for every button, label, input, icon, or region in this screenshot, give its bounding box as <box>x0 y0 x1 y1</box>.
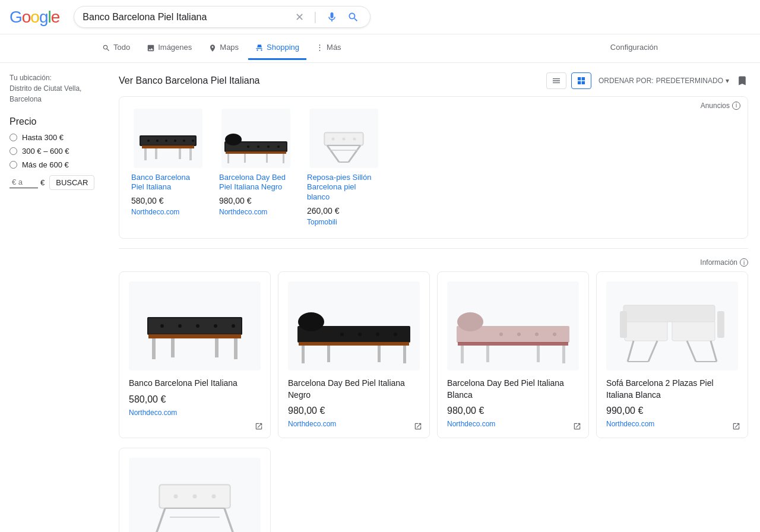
content-toolbar: Ver Banco Barcelona Piel Italiana ORDENA… <box>119 72 748 89</box>
price-option-over600[interactable]: Más de 600 € <box>10 160 97 169</box>
price-radio-300to600[interactable] <box>10 147 17 155</box>
product-card-1-name: Banco Barcelona Piel Italiana <box>129 378 261 390</box>
tab-shopping[interactable]: Shopping <box>248 37 306 60</box>
svg-rect-71 <box>623 305 715 322</box>
sort-chevron-icon: ▾ <box>726 77 729 85</box>
tab-maps[interactable]: Maps <box>201 37 246 60</box>
images-icon <box>147 43 155 52</box>
price-option-300to600[interactable]: 300 € – 600 € <box>10 147 97 156</box>
product-card-2-image <box>288 281 420 370</box>
sort-label: ORDENAR POR: <box>598 77 654 85</box>
svg-rect-21 <box>227 154 229 163</box>
tab-configuracion[interactable]: Configuración <box>603 37 665 59</box>
svg-point-37 <box>160 324 164 328</box>
price-from-input[interactable] <box>10 176 38 188</box>
featured-card-2-image <box>221 109 290 168</box>
price-radio-over600[interactable] <box>10 161 17 169</box>
svg-rect-10 <box>189 148 192 160</box>
featured-card-1[interactable]: Banco Barcelona Piel Italiana 580,00 € N… <box>126 104 210 232</box>
product-card-5[interactable] <box>119 448 271 532</box>
svg-line-31 <box>349 145 360 162</box>
svg-point-48 <box>298 312 324 331</box>
tab-imagenes[interactable]: Imágenes <box>140 37 199 60</box>
svg-point-15 <box>225 134 242 145</box>
svg-line-86 <box>224 508 233 532</box>
svg-rect-9 <box>144 148 147 160</box>
external-link-icon-2 <box>414 421 422 430</box>
nav-tabs: Todo Imágenes Maps Shopping ⋮ Más Config… <box>0 34 760 63</box>
svg-point-27 <box>332 137 335 140</box>
products-grid: Banco Barcelona Piel Italiana 580,00 € N… <box>119 271 748 438</box>
search-button[interactable] <box>345 11 362 23</box>
svg-point-4 <box>165 140 167 142</box>
tab-mas[interactable]: ⋮ Más <box>309 37 349 59</box>
product-card-2-store: Northdeco.com <box>288 420 420 428</box>
anuncios-info-icon[interactable]: i <box>732 102 740 110</box>
svg-rect-45 <box>171 338 175 357</box>
svg-rect-69 <box>625 320 667 341</box>
svg-line-76 <box>687 341 696 362</box>
search-icon <box>102 43 110 52</box>
grid-view-button[interactable] <box>571 72 591 89</box>
price-radio-under300[interactable] <box>10 134 17 141</box>
featured-products-row: Anuncios i <box>119 96 748 239</box>
tab-shopping-label: Shopping <box>267 43 299 52</box>
product-card-4-price: 990,00 € <box>606 406 738 416</box>
svg-rect-44 <box>234 338 238 359</box>
bookmark-button[interactable] <box>736 74 748 87</box>
view-toggle <box>546 72 591 89</box>
product-card-3-price: 980,00 € <box>447 406 579 416</box>
price-option-under300[interactable]: Hasta 300 € <box>10 133 97 142</box>
svg-point-63 <box>553 332 556 336</box>
buscar-button[interactable]: BUSCAR <box>49 175 94 190</box>
product-card-3[interactable]: Barcelona Day Bed Piel Italiana Blanca 9… <box>437 271 589 438</box>
product-card-1-store: Northdeco.com <box>129 408 261 417</box>
result-title: Ver Banco Barcelona Piel Italiana <box>119 75 259 86</box>
voice-search-button[interactable] <box>324 11 340 23</box>
featured-card-1-price: 580,00 € <box>131 196 205 205</box>
anuncios-label: Anuncios i <box>701 102 740 110</box>
clear-button[interactable]: ✕ <box>293 12 306 23</box>
svg-rect-70 <box>672 320 715 341</box>
svg-point-83 <box>193 495 197 499</box>
product-card-4[interactable]: Sofá Barcelona 2 Plazas Piel Italiana Bl… <box>596 271 748 438</box>
external-link-icon-1 <box>255 421 263 430</box>
svg-point-17 <box>257 145 259 148</box>
svg-rect-46 <box>215 338 218 357</box>
product-card-1[interactable]: Banco Barcelona Piel Italiana 580,00 € N… <box>119 271 271 438</box>
tab-mas-label: Más <box>327 43 341 52</box>
tab-todo[interactable]: Todo <box>95 37 137 60</box>
sort-value: PREDETERMINADO <box>656 77 723 85</box>
featured-card-3[interactable]: Reposa-pies Sillón Barcelona piel blanco… <box>302 104 385 232</box>
svg-rect-43 <box>152 338 156 359</box>
svg-rect-64 <box>458 342 568 346</box>
tab-maps-label: Maps <box>220 43 239 52</box>
informacion-label: Información <box>700 258 737 267</box>
google-logo[interactable]: Google <box>10 8 59 27</box>
svg-point-60 <box>499 332 503 336</box>
svg-rect-67 <box>486 346 489 362</box>
product-card-1-price: 580,00 € <box>129 394 261 405</box>
svg-point-7 <box>192 140 194 142</box>
svg-rect-68 <box>537 346 540 362</box>
search-input[interactable] <box>83 12 288 23</box>
svg-point-2 <box>147 140 150 142</box>
informacion-info-icon[interactable]: i <box>740 258 748 267</box>
product-card-3-image <box>447 281 579 370</box>
product-card-2[interactable]: Barcelona Day Bed Piel Italiana Negro 98… <box>278 271 430 438</box>
featured-card-3-store: Topmobili <box>307 218 381 226</box>
location-label: Tu ubicación: <box>10 74 52 82</box>
svg-rect-55 <box>403 346 406 363</box>
list-view-button[interactable] <box>546 72 566 89</box>
featured-card-2[interactable]: Barcelona Day Bed Piel Italiana Negro 98… <box>214 104 297 232</box>
external-link-icon-4 <box>732 421 740 430</box>
sort-selector[interactable]: ORDENAR POR: PREDETERMINADO ▾ <box>598 77 729 85</box>
svg-point-50 <box>358 332 362 336</box>
svg-line-77 <box>711 341 717 362</box>
sidebar: Tu ubicación: Distrito de Ciutat Vella, … <box>0 72 107 532</box>
svg-rect-11 <box>155 148 157 159</box>
product-card-2-price: 980,00 € <box>288 406 420 416</box>
featured-card-3-price: 260,00 € <box>307 206 381 216</box>
svg-line-75 <box>648 341 657 362</box>
svg-point-16 <box>247 145 249 148</box>
